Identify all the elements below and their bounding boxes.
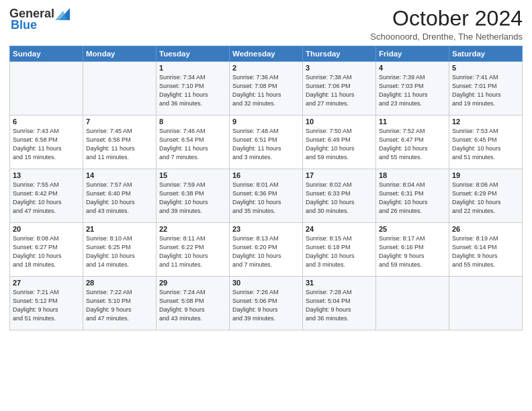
- day-info: Sunrise: 7:46 AMSunset: 6:54 PMDaylight:…: [159, 127, 226, 162]
- table-row: 17Sunrise: 8:02 AMSunset: 6:33 PMDayligh…: [303, 169, 376, 223]
- table-row: 7Sunrise: 7:45 AMSunset: 6:56 PMDaylight…: [83, 116, 157, 169]
- calendar-week-row: 13Sunrise: 7:55 AMSunset: 6:42 PMDayligh…: [10, 169, 523, 223]
- day-number: 26: [452, 225, 519, 233]
- table-row: 12Sunrise: 7:53 AMSunset: 6:45 PMDayligh…: [449, 116, 523, 169]
- day-number: 30: [232, 279, 300, 287]
- day-number: 19: [452, 171, 519, 179]
- day-info: Sunrise: 7:59 AMSunset: 6:38 PMDaylight:…: [159, 181, 226, 216]
- table-row: 23Sunrise: 8:13 AMSunset: 6:20 PMDayligh…: [230, 223, 303, 277]
- col-monday: Monday: [83, 46, 157, 62]
- day-number: 7: [86, 118, 153, 126]
- day-info: Sunrise: 8:13 AMSunset: 6:20 PMDaylight:…: [232, 234, 300, 269]
- day-info: Sunrise: 8:11 AMSunset: 6:22 PMDaylight:…: [159, 234, 226, 269]
- day-info: Sunrise: 7:53 AMSunset: 6:45 PMDaylight:…: [452, 127, 519, 162]
- day-number: 3: [306, 64, 373, 72]
- day-number: 1: [159, 64, 226, 72]
- table-row: [10, 62, 83, 116]
- day-number: 8: [159, 118, 226, 126]
- day-number: 24: [306, 225, 373, 233]
- col-tuesday: Tuesday: [157, 46, 230, 62]
- day-info: Sunrise: 7:55 AMSunset: 6:42 PMDaylight:…: [13, 181, 80, 216]
- day-info: Sunrise: 7:21 AMSunset: 5:12 PMDaylight:…: [13, 288, 80, 323]
- logo-blue-text: Blue: [11, 18, 37, 32]
- col-friday: Friday: [376, 46, 449, 62]
- day-number: 28: [86, 279, 153, 287]
- table-row: 30Sunrise: 7:26 AMSunset: 5:06 PMDayligh…: [230, 277, 303, 330]
- day-number: 5: [452, 64, 519, 72]
- table-row: 28Sunrise: 7:22 AMSunset: 5:10 PMDayligh…: [83, 277, 157, 330]
- table-row: 16Sunrise: 8:01 AMSunset: 6:36 PMDayligh…: [230, 169, 303, 223]
- day-info: Sunrise: 8:10 AMSunset: 6:25 PMDaylight:…: [86, 234, 153, 269]
- calendar-week-row: 6Sunrise: 7:43 AMSunset: 6:58 PMDaylight…: [10, 116, 523, 169]
- day-info: Sunrise: 7:57 AMSunset: 6:40 PMDaylight:…: [86, 181, 153, 216]
- table-row: 22Sunrise: 8:11 AMSunset: 6:22 PMDayligh…: [157, 223, 230, 277]
- day-info: Sunrise: 7:43 AMSunset: 6:58 PMDaylight:…: [13, 127, 80, 162]
- day-info: Sunrise: 7:28 AMSunset: 5:04 PMDaylight:…: [306, 288, 373, 323]
- table-row: 3Sunrise: 7:38 AMSunset: 7:06 PMDaylight…: [303, 62, 376, 116]
- day-info: Sunrise: 8:02 AMSunset: 6:33 PMDaylight:…: [306, 181, 373, 216]
- table-row: 20Sunrise: 8:08 AMSunset: 6:27 PMDayligh…: [10, 223, 83, 277]
- calendar-table: Sunday Monday Tuesday Wednesday Thursday…: [9, 46, 523, 330]
- day-number: 16: [232, 171, 300, 179]
- table-row: 2Sunrise: 7:36 AMSunset: 7:08 PMDaylight…: [230, 62, 303, 116]
- table-row: 27Sunrise: 7:21 AMSunset: 5:12 PMDayligh…: [10, 277, 83, 330]
- table-row: 11Sunrise: 7:52 AMSunset: 6:47 PMDayligh…: [376, 116, 449, 169]
- day-number: 2: [232, 64, 300, 72]
- day-number: 21: [86, 225, 153, 233]
- day-number: 6: [13, 118, 80, 126]
- day-info: Sunrise: 8:19 AMSunset: 6:14 PMDaylight:…: [452, 234, 519, 269]
- day-info: Sunrise: 7:34 AMSunset: 7:10 PMDaylight:…: [159, 73, 226, 108]
- table-row: [376, 277, 449, 330]
- table-row: 31Sunrise: 7:28 AMSunset: 5:04 PMDayligh…: [303, 277, 376, 330]
- table-row: 8Sunrise: 7:46 AMSunset: 6:54 PMDaylight…: [157, 116, 230, 169]
- col-wednesday: Wednesday: [230, 46, 303, 62]
- table-row: 26Sunrise: 8:19 AMSunset: 6:14 PMDayligh…: [449, 223, 523, 277]
- day-number: 23: [232, 225, 300, 233]
- day-number: 27: [13, 279, 80, 287]
- day-number: 10: [306, 118, 373, 126]
- day-info: Sunrise: 7:24 AMSunset: 5:08 PMDaylight:…: [159, 288, 226, 323]
- day-info: Sunrise: 8:04 AMSunset: 6:31 PMDaylight:…: [379, 181, 446, 216]
- calendar-week-row: 1Sunrise: 7:34 AMSunset: 7:10 PMDaylight…: [10, 62, 523, 116]
- table-row: 19Sunrise: 8:06 AMSunset: 6:29 PMDayligh…: [449, 169, 523, 223]
- table-row: 14Sunrise: 7:57 AMSunset: 6:40 PMDayligh…: [83, 169, 157, 223]
- day-number: 31: [306, 279, 373, 287]
- day-info: Sunrise: 7:48 AMSunset: 6:51 PMDaylight:…: [232, 127, 300, 162]
- table-row: 1Sunrise: 7:34 AMSunset: 7:10 PMDaylight…: [157, 62, 230, 116]
- day-info: Sunrise: 8:15 AMSunset: 6:18 PMDaylight:…: [306, 234, 373, 269]
- page: General Blue October 2024 Schoonoord, Dr…: [0, 0, 532, 411]
- day-info: Sunrise: 7:41 AMSunset: 7:01 PMDaylight:…: [452, 73, 519, 108]
- calendar-week-row: 20Sunrise: 8:08 AMSunset: 6:27 PMDayligh…: [10, 223, 523, 277]
- title-block: October 2024 Schoonoord, Drenthe, The Ne…: [370, 7, 523, 42]
- day-info: Sunrise: 7:52 AMSunset: 6:47 PMDaylight:…: [379, 127, 446, 162]
- table-row: [83, 62, 157, 116]
- table-row: 4Sunrise: 7:39 AMSunset: 7:03 PMDaylight…: [376, 62, 449, 116]
- col-sunday: Sunday: [10, 46, 83, 62]
- day-info: Sunrise: 7:38 AMSunset: 7:06 PMDaylight:…: [306, 73, 373, 108]
- header: General Blue October 2024 Schoonoord, Dr…: [9, 7, 523, 42]
- day-info: Sunrise: 8:17 AMSunset: 6:16 PMDaylight:…: [379, 234, 446, 269]
- table-row: 6Sunrise: 7:43 AMSunset: 6:58 PMDaylight…: [10, 116, 83, 169]
- table-row: 21Sunrise: 8:10 AMSunset: 6:25 PMDayligh…: [83, 223, 157, 277]
- table-row: 24Sunrise: 8:15 AMSunset: 6:18 PMDayligh…: [303, 223, 376, 277]
- day-number: 20: [13, 225, 80, 233]
- day-number: 18: [379, 171, 446, 179]
- logo-triangle-icon: [55, 8, 70, 20]
- table-row: 15Sunrise: 7:59 AMSunset: 6:38 PMDayligh…: [157, 169, 230, 223]
- day-info: Sunrise: 7:22 AMSunset: 5:10 PMDaylight:…: [86, 288, 153, 323]
- calendar-header-row: Sunday Monday Tuesday Wednesday Thursday…: [10, 46, 523, 62]
- logo: General Blue: [9, 7, 70, 32]
- day-number: 22: [159, 225, 226, 233]
- day-number: 14: [86, 171, 153, 179]
- day-number: 4: [379, 64, 446, 72]
- day-info: Sunrise: 7:26 AMSunset: 5:06 PMDaylight:…: [232, 288, 300, 323]
- day-info: Sunrise: 7:36 AMSunset: 7:08 PMDaylight:…: [232, 73, 300, 108]
- month-title: October 2024: [370, 7, 523, 30]
- calendar-week-row: 27Sunrise: 7:21 AMSunset: 5:12 PMDayligh…: [10, 277, 523, 330]
- location: Schoonoord, Drenthe, The Netherlands: [370, 32, 523, 42]
- day-number: 13: [13, 171, 80, 179]
- day-number: 29: [159, 279, 226, 287]
- day-number: 17: [306, 171, 373, 179]
- col-thursday: Thursday: [303, 46, 376, 62]
- table-row: 5Sunrise: 7:41 AMSunset: 7:01 PMDaylight…: [449, 62, 523, 116]
